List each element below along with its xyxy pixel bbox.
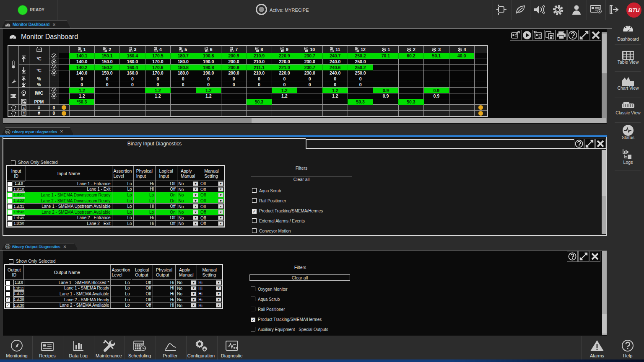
svg-text:01: 01 [6,130,10,134]
svg-text:2: 2 [23,111,25,115]
svg-text:01: 01 [6,246,10,249]
svg-text:1: 1 [23,106,25,109]
